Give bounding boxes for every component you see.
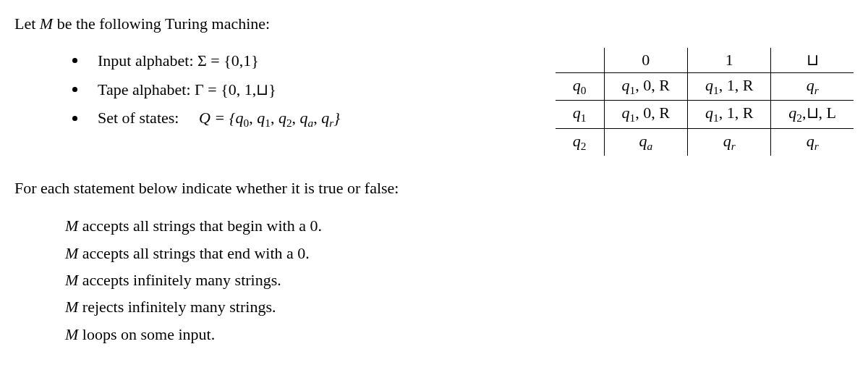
q-sym: q	[639, 132, 647, 150]
states-suffix: }	[333, 109, 340, 127]
m-sym: M	[65, 325, 78, 343]
trans-cell: q1, 0, R	[604, 73, 687, 101]
bullet-icon	[72, 116, 77, 121]
table-row: q1 q1, 0, R q1, 1, R q2,⊔, L	[556, 101, 854, 128]
m-sym: M	[65, 271, 78, 289]
stmt-text: accepts infinitely many strings.	[78, 271, 281, 289]
trans-text: , 1, R	[719, 76, 754, 94]
bullet-tape-alphabet: Tape alphabet: Γ = {0, 1,⊔}	[72, 75, 340, 104]
trans-cell: q1, 1, R	[687, 101, 770, 128]
q-sym: q	[622, 76, 630, 94]
q-sym: q	[321, 109, 329, 127]
state-sub: a	[647, 140, 652, 152]
state-cell: q2	[556, 128, 604, 156]
blank-symbol: ⊔	[807, 104, 819, 122]
state-sub: r	[814, 140, 819, 152]
stmt-text: accepts all strings that end with a 0.	[78, 244, 310, 262]
header-1: 1	[687, 48, 770, 73]
m-sym: M	[65, 298, 78, 316]
statement-4: M rejects infinitely many strings.	[65, 293, 854, 320]
tape-suffix: }	[268, 80, 276, 98]
q-sym: q	[573, 76, 581, 94]
intro-prefix: Let	[14, 14, 40, 33]
blank-symbol: ⊔	[807, 51, 819, 69]
trans-cell: q1, 0, R	[604, 101, 687, 128]
q-sym: q	[278, 109, 286, 127]
bullet-states: Set of states: Q = {q0, q1, q2, qa, qr}	[72, 104, 340, 133]
tape-prefix: Tape alphabet: Γ = {0, 1,	[98, 80, 256, 98]
trans-cell: q1, 1, R	[687, 73, 770, 101]
trans-text: , 0, R	[635, 76, 670, 94]
q-sym: q	[705, 104, 713, 122]
statement-2: M accepts all strings that end with a 0.	[65, 240, 854, 267]
state-sub: 1	[581, 112, 587, 125]
state-cell: q1	[556, 101, 604, 128]
instruction-text: For each statement below indicate whethe…	[14, 179, 854, 198]
definition-list: Input alphabet: Σ = {0,1} Tape alphabet:…	[14, 46, 340, 133]
state-sub: 0	[581, 84, 587, 96]
table-row: q0 q1, 0, R q1, 1, R qr	[556, 73, 854, 101]
header-0: 0	[604, 48, 687, 73]
statements-list: M accepts all strings that begin with a …	[14, 212, 854, 348]
trans-cell: qr	[771, 128, 854, 156]
state-sub: r	[731, 140, 736, 152]
state-sub: 1	[713, 84, 719, 96]
q-sym: q	[788, 104, 796, 122]
intro-text: Let M be the following Turing machine:	[14, 14, 854, 33]
bullet-input-alphabet: Input alphabet: Σ = {0,1}	[72, 46, 340, 75]
trans-cell: q2,⊔, L	[771, 101, 854, 128]
bullet-icon	[72, 58, 77, 63]
state-sub: r	[814, 84, 819, 96]
m-sym: M	[65, 217, 78, 235]
header-blank: ⊔	[771, 48, 854, 73]
input-alphabet-text: Input alphabet: Σ = {0,1}	[98, 46, 259, 75]
m-sym: M	[65, 244, 78, 262]
states-label: Set of states:	[98, 109, 179, 127]
intro-suffix: be the following Turing machine:	[53, 14, 270, 33]
q-sym: q	[300, 109, 308, 127]
state-cell: q0	[556, 73, 604, 101]
statement-3: M accepts infinitely many strings.	[65, 267, 854, 293]
statement-1: M accepts all strings that begin with a …	[65, 212, 854, 239]
stmt-text: accepts all strings that begin with a 0.	[78, 217, 322, 235]
state-sub: 2	[581, 140, 587, 152]
trans-text: , L	[819, 104, 836, 122]
q-sym: q	[622, 104, 630, 122]
table-row: q2 qa qr qr	[556, 128, 854, 156]
transition-table: 0 1 ⊔ q0 q1, 0, R q1, 1, R qr q1 q1, 0, …	[556, 48, 854, 156]
states-prefix: Q = {	[199, 109, 236, 127]
stmt-text: loops on some input.	[78, 325, 215, 343]
tape-alphabet-text: Tape alphabet: Γ = {0, 1,⊔}	[98, 75, 276, 104]
bullet-icon	[72, 87, 77, 92]
q-sym: q	[235, 109, 243, 127]
trans-text: , 1, R	[719, 104, 754, 122]
q-sym: q	[807, 76, 814, 94]
trans-cell: qa	[604, 128, 687, 156]
blank-symbol: ⊔	[256, 80, 268, 98]
states-text: Set of states: Q = {q0, q1, q2, qa, qr}	[98, 104, 340, 133]
table-header-row: 0 1 ⊔	[556, 48, 854, 73]
stmt-text: rejects infinitely many strings.	[78, 298, 276, 316]
trans-text: , 0, R	[635, 104, 670, 122]
state-sub: 2	[796, 112, 802, 125]
q-sym: q	[705, 76, 713, 94]
state-sub: 1	[713, 112, 719, 125]
q-sym: q	[723, 132, 731, 150]
trans-cell: qr	[771, 73, 854, 101]
q-sym: q	[807, 132, 814, 150]
q-sym: q	[257, 109, 265, 127]
q-sym: q	[573, 132, 581, 150]
q-sym: q	[573, 104, 581, 122]
intro-m: M	[40, 14, 53, 33]
trans-cell: qr	[687, 128, 770, 156]
statement-5: M loops on some input.	[65, 321, 854, 348]
